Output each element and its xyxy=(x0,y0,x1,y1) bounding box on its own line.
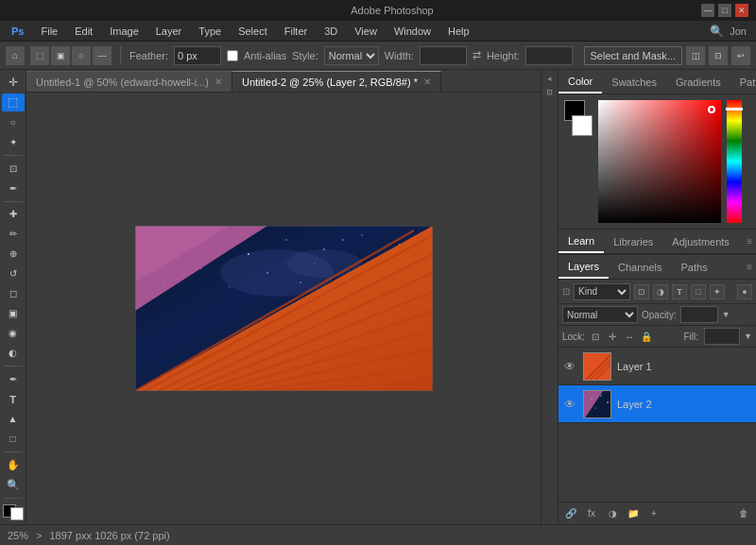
panel-icon-1[interactable]: ◫ xyxy=(686,46,705,65)
bg-color-box[interactable] xyxy=(572,115,593,136)
minimize-button[interactable]: — xyxy=(701,4,714,17)
menu-select[interactable]: Select xyxy=(231,24,275,39)
tool-shape[interactable]: □ xyxy=(2,430,25,448)
tab-patterns[interactable]: Patterns xyxy=(730,70,756,94)
link-layers-btn[interactable]: 🔗 xyxy=(562,506,579,521)
add-mask-btn[interactable]: ◑ xyxy=(604,506,621,521)
learn-panel-menu-icon[interactable]: ≡ xyxy=(747,236,752,247)
lock-artboard-btn[interactable]: ↔ xyxy=(623,330,636,343)
tab-swatches[interactable]: Swatches xyxy=(602,70,666,94)
anti-alias-checkbox[interactable] xyxy=(227,50,238,61)
blend-mode-select[interactable]: Normal xyxy=(562,306,638,323)
tab-paths[interactable]: Paths xyxy=(672,255,717,279)
tab-color[interactable]: Color xyxy=(558,70,602,94)
delete-layer-btn[interactable]: 🗑 xyxy=(735,506,752,521)
ellipse-marquee-icon[interactable]: ○ xyxy=(72,46,91,65)
opacity-input[interactable]: 100% xyxy=(680,306,718,323)
layer-item-1[interactable]: 👁 Layer 1 xyxy=(558,348,756,385)
layers-list[interactable]: 👁 Layer 1 👁 xyxy=(558,348,756,502)
tool-pen[interactable]: ✒ xyxy=(2,370,25,388)
height-input[interactable] xyxy=(525,46,573,65)
filter-toggle-btn[interactable]: ● xyxy=(737,284,752,299)
canvas[interactable] xyxy=(135,226,433,391)
menu-view[interactable]: View xyxy=(347,24,385,39)
type-filter-btn[interactable]: T xyxy=(672,284,687,299)
select-mask-button[interactable]: Select and Mask... xyxy=(584,46,683,65)
new-layer-btn[interactable]: + xyxy=(645,506,662,521)
shape-filter-btn[interactable]: □ xyxy=(691,284,706,299)
tab-libraries[interactable]: Libraries xyxy=(604,230,662,253)
tool-type[interactable]: T xyxy=(2,390,25,408)
tool-lasso[interactable]: ○ xyxy=(2,113,25,131)
tool-path-select[interactable]: ▲ xyxy=(2,410,25,428)
add-style-btn[interactable]: fx xyxy=(583,506,600,521)
strip-layers-btn[interactable]: ⊡ xyxy=(545,89,554,95)
tool-dodge[interactable]: ◐ xyxy=(2,344,25,362)
menu-3d[interactable]: 3D xyxy=(317,24,345,39)
tool-history-brush[interactable]: ↺ xyxy=(2,264,25,282)
tool-clone[interactable]: ⊕ xyxy=(2,245,25,263)
bg-color-swatch[interactable] xyxy=(10,507,24,520)
menu-window[interactable]: Window xyxy=(387,24,438,39)
row-marquee-icon[interactable]: — xyxy=(93,46,112,65)
layer-item-2[interactable]: 👁 Layer 2 xyxy=(558,385,756,423)
tool-fg-bg[interactable] xyxy=(3,504,24,520)
tab-channels[interactable]: Channels xyxy=(609,255,671,279)
tab-gradients[interactable]: Gradients xyxy=(666,70,730,94)
feather-input[interactable] xyxy=(174,46,221,65)
menu-filter[interactable]: Filter xyxy=(277,24,315,39)
tool-zoom[interactable]: 🔍 xyxy=(2,476,25,494)
layer-2-visibility[interactable]: 👁 xyxy=(562,397,577,412)
tool-hand[interactable]: ✋ xyxy=(2,456,25,474)
tab-untitled2[interactable]: Untitled-2 @ 25% (Layer 2, RGB/8#) * ✕ xyxy=(232,71,441,92)
width-input[interactable] xyxy=(420,46,467,65)
tool-move[interactable]: ✛ xyxy=(2,74,25,92)
adjust-filter-btn[interactable]: ◑ xyxy=(653,284,668,299)
lock-pixel-btn[interactable]: ⊡ xyxy=(589,330,602,343)
tool-eyedropper[interactable]: ✒ xyxy=(2,179,25,197)
menu-ps[interactable]: Ps xyxy=(4,24,31,39)
tab-adjustments[interactable]: Adjustments xyxy=(662,230,739,253)
style-select[interactable]: Normal xyxy=(324,46,379,65)
pixel-filter-btn[interactable]: ⊡ xyxy=(634,284,649,299)
strip-arrow-btn[interactable]: ◂ xyxy=(543,74,557,83)
panel-icon-2[interactable]: ⊡ xyxy=(709,46,728,65)
tool-healing[interactable]: ✚ xyxy=(2,206,25,224)
layers-kind-select[interactable]: Kind xyxy=(574,283,630,300)
new-group-btn[interactable]: 📁 xyxy=(625,506,642,521)
status-scroll[interactable]: > xyxy=(36,530,42,541)
tab-untitled1[interactable]: Untitled-1 @ 50% (edward-howell-i...) ✕ xyxy=(26,71,232,92)
panel-icon-3[interactable]: ↩ xyxy=(731,46,750,65)
tool-crop[interactable]: ⊡ xyxy=(2,160,25,178)
lock-all-btn[interactable]: 🔒 xyxy=(640,330,653,343)
lock-position-btn[interactable]: ✛ xyxy=(606,330,619,343)
tool-marquee[interactable]: ⬚ xyxy=(2,94,25,111)
search-icon[interactable]: 🔍 xyxy=(710,25,724,38)
rect-marquee-icon[interactable]: ⬚ xyxy=(30,46,49,65)
tab-close-2[interactable]: ✕ xyxy=(423,77,431,87)
tool-blur[interactable]: ◉ xyxy=(2,324,25,342)
tool-magic-wand[interactable]: ✦ xyxy=(2,133,25,151)
tool-eraser[interactable]: ◻ xyxy=(2,284,25,302)
menu-image[interactable]: Image xyxy=(102,24,146,39)
canvas-container[interactable] xyxy=(26,93,541,524)
tool-gradient[interactable]: ▣ xyxy=(2,304,25,322)
tab-layers[interactable]: Layers xyxy=(558,255,609,279)
smart-filter-btn[interactable]: ✦ xyxy=(710,284,725,299)
fill-arrow[interactable]: ▼ xyxy=(744,332,752,341)
color-gradient-picker[interactable] xyxy=(598,100,721,223)
menu-help[interactable]: Help xyxy=(440,24,477,39)
close-button[interactable]: ✕ xyxy=(735,4,748,17)
fill-input[interactable]: 100% xyxy=(704,328,740,345)
tool-brush[interactable]: ✏ xyxy=(2,225,25,243)
swap-icon[interactable]: ⇄ xyxy=(472,49,481,61)
menu-file[interactable]: File xyxy=(33,24,65,39)
menu-layer[interactable]: Layer xyxy=(148,24,190,39)
maximize-button[interactable]: □ xyxy=(718,4,731,17)
rect-marquee-alt-icon[interactable]: ▣ xyxy=(51,46,70,65)
tab-learn[interactable]: Learn xyxy=(558,230,604,253)
hue-slider[interactable] xyxy=(727,100,742,223)
home-icon[interactable]: ⌂ xyxy=(6,46,25,65)
tab-close-1[interactable]: ✕ xyxy=(215,77,222,87)
layer-1-visibility[interactable]: 👁 xyxy=(562,359,577,374)
